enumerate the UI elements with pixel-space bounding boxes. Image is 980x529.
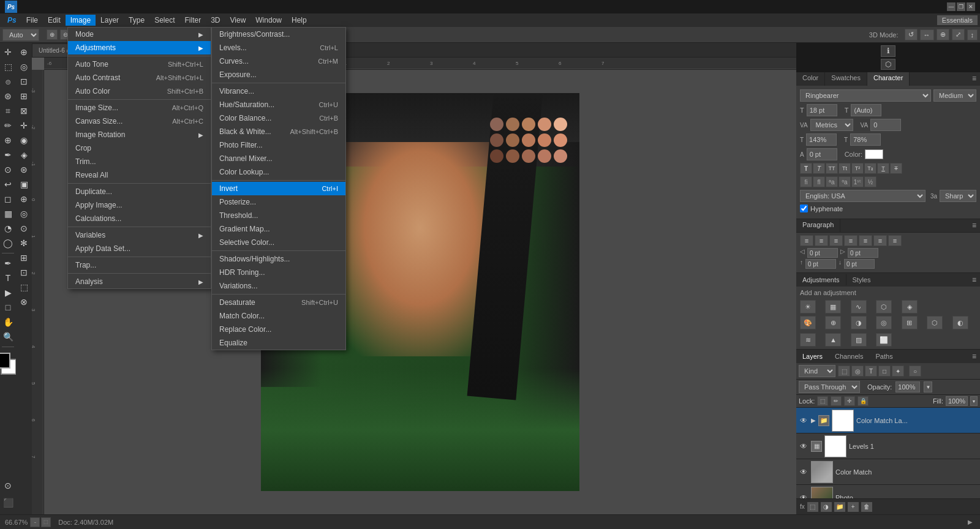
adj-threshold[interactable]: Threshold...: [212, 209, 345, 222]
3d-icon-3[interactable]: ⊕: [937, 29, 949, 40]
tool2-4[interactable]: ⊞: [17, 89, 31, 103]
tool2-16[interactable]: ⊡: [17, 266, 31, 279]
tool2-13[interactable]: ⊙: [17, 222, 31, 235]
menu-item-edit[interactable]: Edit: [43, 15, 66, 26]
align-center-btn[interactable]: ≡: [815, 235, 828, 246]
screen-mode-button[interactable]: ⬛: [1, 496, 15, 509]
small-caps-btn[interactable]: Tt: [839, 163, 851, 174]
tool2-5[interactable]: ⊠: [17, 104, 31, 118]
tool2-9[interactable]: ⊛: [17, 163, 31, 176]
frac-btn[interactable]: ﬁ: [800, 176, 812, 187]
layer-new-btn[interactable]: +: [848, 502, 859, 512]
menu-item-layer[interactable]: Layer: [96, 15, 124, 26]
adj-invert-btn[interactable]: ◐: [952, 316, 968, 329]
adj-bw-btn[interactable]: ◑: [851, 316, 867, 329]
filter-toggle[interactable]: ○: [909, 366, 921, 377]
language-select[interactable]: English: USA: [800, 190, 925, 202]
menu-item-filter[interactable]: Filter: [179, 15, 206, 26]
adj-photo-btn[interactable]: ◎: [876, 316, 892, 329]
adj-poster-btn[interactable]: ≋: [800, 333, 816, 347]
tool2-17[interactable]: ⬚: [17, 280, 31, 294]
tool2-8[interactable]: ◈: [17, 148, 31, 162]
layer-visibility-4[interactable]: 👁: [799, 493, 809, 499]
menu-item-canvas-size[interactable]: Canvas Size... Alt+Ctrl+C: [68, 114, 211, 128]
justify-btn[interactable]: ≡: [844, 235, 858, 246]
tool2-3[interactable]: ⊡: [17, 75, 31, 88]
blur-tool[interactable]: ◔: [1, 222, 15, 235]
adj-channel-mixer[interactable]: Channel Mixer...: [212, 152, 345, 165]
underline-btn[interactable]: T: [877, 163, 889, 174]
filter-pixel-btn[interactable]: ⬚: [838, 366, 850, 377]
adj-invert[interactable]: Invert Ctrl+I: [212, 182, 345, 195]
menu-item-calculations[interactable]: Calculations...: [68, 212, 211, 225]
spot-heal-tool[interactable]: ⊕: [1, 133, 15, 147]
tab-channels[interactable]: Channels: [829, 351, 869, 362]
adj-levels[interactable]: Levels... Ctrl+L: [212, 41, 345, 54]
tab-paragraph[interactable]: Paragraph: [796, 219, 840, 232]
italic-btn[interactable]: T: [813, 163, 825, 174]
adj-exposure-btn[interactable]: ⬡: [876, 300, 892, 313]
adj-bright-btn[interactable]: ☀: [800, 300, 816, 313]
layer-expand-1[interactable]: ▶: [811, 417, 816, 424]
layer-row-color-match-la[interactable]: 👁 ▶ 📁 Color Match La...: [796, 408, 980, 433]
pen-tool[interactable]: ✒: [1, 257, 15, 270]
font-family-select[interactable]: Ringbearer: [800, 89, 931, 102]
justify3-btn[interactable]: ≡: [873, 235, 887, 246]
tool2-15[interactable]: ⊞: [17, 251, 31, 264]
menu-item-reveal-all[interactable]: Reveal All: [68, 168, 211, 182]
gradient-tool[interactable]: ▦: [1, 207, 15, 220]
tool2-1[interactable]: ⊕: [17, 45, 31, 59]
adj-selective-color[interactable]: Selective Color...: [212, 236, 345, 249]
layer-row-color-match[interactable]: 👁 Color Match: [796, 459, 980, 485]
tool2-11[interactable]: ⊕: [17, 192, 31, 206]
indent-left-input[interactable]: [807, 248, 838, 258]
layers-panel-opts[interactable]: ≡: [968, 350, 980, 362]
tab-layers[interactable]: Layers: [796, 351, 829, 362]
paragraph-opts-btn[interactable]: ≡: [968, 219, 980, 232]
adj-gradient-map[interactable]: Gradient Map...: [212, 222, 345, 236]
tab-color[interactable]: Color: [796, 72, 825, 86]
3d-icon-1[interactable]: ↺: [905, 29, 918, 40]
adj-color-lookup[interactable]: Color Lookup...: [212, 165, 345, 179]
menu-item-ps[interactable]: Ps: [2, 15, 21, 26]
shape-tool[interactable]: □: [1, 301, 15, 314]
menu-item-duplicate[interactable]: Duplicate...: [68, 185, 211, 198]
tool2-18[interactable]: ⊗: [17, 295, 31, 309]
space-before-input[interactable]: [805, 259, 836, 269]
adj-vibrance[interactable]: Vibrance...: [212, 84, 345, 98]
font-style-select[interactable]: Medium: [933, 89, 976, 102]
liga-btn[interactable]: ﬂ: [813, 176, 825, 187]
menu-item-trap[interactable]: Trap...: [68, 258, 211, 272]
font-size-input[interactable]: [807, 104, 837, 116]
strikethrough-btn[interactable]: T: [890, 163, 902, 174]
adj-variations[interactable]: Variations...: [212, 279, 345, 293]
3d-icon-5[interactable]: ↕: [967, 29, 978, 40]
menu-item-apply-image[interactable]: Apply Image...: [68, 198, 211, 212]
justify2-btn[interactable]: ≡: [859, 235, 872, 246]
adj-match-color[interactable]: Match Color...: [212, 309, 345, 323]
foreground-color[interactable]: [0, 353, 10, 369]
menu-item-variables[interactable]: Variables ▶: [68, 228, 211, 242]
menu-item-mode[interactable]: Mode ▶: [68, 28, 211, 41]
layer-kind-select[interactable]: Kind: [799, 365, 835, 377]
adj-photo-filter[interactable]: Photo Filter...: [212, 138, 345, 152]
zoom-tool[interactable]: 🔍: [1, 330, 15, 343]
superscript-btn[interactable]: T²: [851, 163, 864, 174]
adj-curves[interactable]: Curves... Ctrl+M: [212, 54, 345, 68]
menu-item-select[interactable]: Select: [149, 15, 179, 26]
adj-black-white[interactable]: Black & White... Alt+Shift+Ctrl+B: [212, 125, 345, 138]
tool2-12[interactable]: ◎: [17, 207, 31, 220]
adj-hsl-btn[interactable]: 🎨: [800, 316, 816, 329]
adj-levels-btn[interactable]: ▦: [825, 300, 841, 313]
hyphenate-check[interactable]: [800, 204, 808, 212]
filter-shape-btn[interactable]: □: [878, 366, 891, 377]
align-right-btn[interactable]: ≡: [829, 235, 843, 246]
menu-item-3d[interactable]: 3D: [206, 15, 225, 26]
opacity-dropdown-btn[interactable]: ▼: [924, 381, 932, 392]
blend-mode-select[interactable]: Pass Through: [799, 381, 860, 393]
baseline-input[interactable]: [807, 148, 837, 160]
tool2-10[interactable]: ▣: [17, 178, 31, 191]
tab-paths[interactable]: Paths: [870, 351, 899, 362]
marquee-tool[interactable]: ⬚: [1, 60, 15, 73]
kerning-input[interactable]: [870, 119, 901, 131]
